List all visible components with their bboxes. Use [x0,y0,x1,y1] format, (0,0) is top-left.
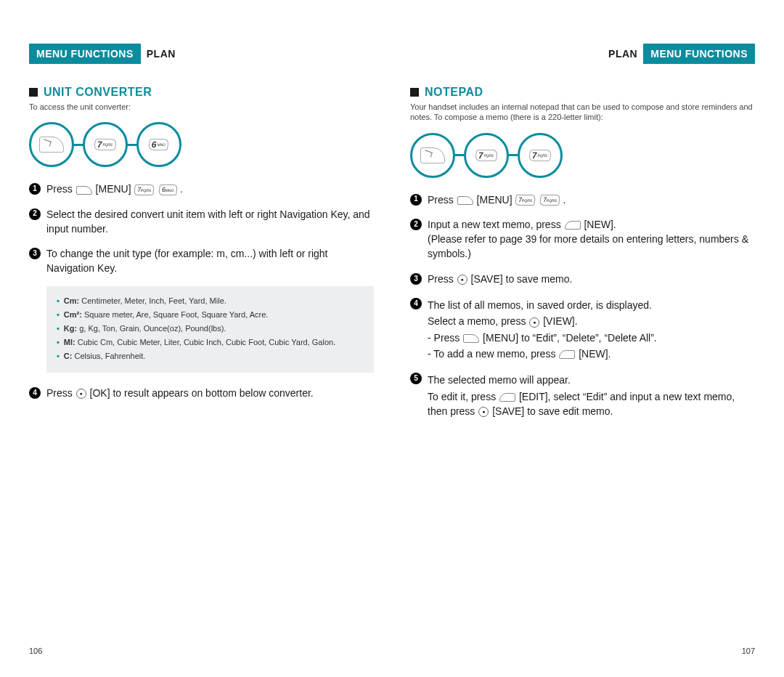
step-number-icon: 5 [410,373,422,384]
header-section: PLAN [608,48,637,60]
step-item: 5The selected memo will appear.To edit i… [410,371,755,418]
softkey-right-icon [559,350,575,359]
softkey-left-icon [76,186,92,195]
ok-key-icon: ● [457,275,467,285]
ok-key-icon: ● [76,389,86,399]
step-text: The selected memo will appear.To edit it… [428,371,755,418]
step-item: 3To change the unit type (for example: m… [29,246,374,276]
key-7-icon: 7PQRS [134,185,155,195]
key-7-icon: 7PQRS [539,195,560,206]
step-item: 4Press ● [OK] to result appears on botto… [29,386,374,400]
ok-key-icon: ● [529,317,539,328]
softkey-left-icon [463,334,479,343]
intro-text: To access the unit converter: [29,102,374,112]
intro-text: Your handset includes an internal notepa… [410,102,755,123]
square-bullet-icon [29,88,38,97]
step-number-icon: 2 [410,219,422,230]
softkey-left-icon [457,196,473,205]
step-item: 1Press [MENU] 7PQRS 6MNO . [29,182,374,196]
step-number-icon: 1 [29,183,41,195]
step-text: The list of all memos, in saved order, i… [428,296,755,361]
section-title-text: UNIT CONVERTER [44,86,152,99]
key-6-icon: 6MNO [158,185,177,195]
step-number-icon: 2 [29,208,41,220]
step-text: Press [MENU] 7PQRS 7PQRS . [428,192,755,207]
header-section: PLAN [147,48,176,60]
key-sequence: 7PQRS 7PQRS [410,133,755,178]
steps-list: 1Press [MENU] 7PQRS 6MNO .2Select the de… [29,182,374,410]
page-spread: MENU FUNCTIONS PLAN UNIT CONVERTER To ac… [0,0,784,677]
step-text: Press ● [OK] to result appears on bottom… [46,386,374,400]
key-7-icon: 7PQRS [83,122,128,167]
step-number-icon: 3 [410,273,422,285]
step-item: 4The list of all memos, in saved order, … [410,296,755,361]
page-right: PLAN MENU FUNCTIONS NOTEPAD Your handset… [410,44,755,655]
step-item: 2Input a new text memo, press [NEW]. (Pl… [410,217,755,262]
section-title-unit-converter: UNIT CONVERTER [29,86,374,99]
key-6-icon: 6MNO [136,122,181,167]
softkey-right-icon [499,393,515,402]
step-item: 1Press [MENU] 7PQRS 7PQRS . [410,192,755,207]
key-softkey-icon [410,133,455,178]
section-title-text: NOTEPAD [425,86,483,99]
page-number: 107 [742,646,755,655]
key-softkey-icon [29,122,74,167]
step-item: 3Press ● [SAVE] to save memo. [410,272,755,286]
step-item: 2Select the desired convert unit item wi… [29,207,374,237]
ok-key-icon: ● [478,407,489,417]
header-right: PLAN MENU FUNCTIONS [410,44,755,64]
page-number: 106 [29,646,42,655]
step-number-icon: 1 [410,194,422,206]
step-text: Input a new text memo, press [NEW]. (Ple… [428,217,755,262]
page-left: MENU FUNCTIONS PLAN UNIT CONVERTER To ac… [29,44,374,655]
step-number-icon: 4 [410,298,422,309]
step-text: To change the unit type (for example: m,… [46,246,374,276]
step-text: Select the desired convert unit item wit… [46,207,374,237]
info-box: •Cm: Centimeter, Meter, Inch, Feet, Yard… [46,286,374,373]
key-7-icon: 7PQRS [518,133,563,178]
header-badge: MENU FUNCTIONS [29,44,141,64]
section-title-notepad: NOTEPAD [410,86,755,99]
step-text: Press [MENU] 7PQRS 6MNO . [46,182,374,196]
header-left: MENU FUNCTIONS PLAN [29,44,374,64]
steps-list: 1Press [MENU] 7PQRS 7PQRS .2Input a new … [410,192,755,429]
step-number-icon: 3 [29,248,41,259]
header-badge: MENU FUNCTIONS [643,44,755,64]
step-text: Press ● [SAVE] to save memo. [428,272,755,286]
softkey-right-icon [565,221,581,230]
square-bullet-icon [410,88,419,97]
key-7-icon: 7PQRS [464,133,509,178]
key-sequence: 7PQRS 6MNO [29,122,374,167]
step-number-icon: 4 [29,387,41,399]
key-7-icon: 7PQRS [515,195,536,206]
